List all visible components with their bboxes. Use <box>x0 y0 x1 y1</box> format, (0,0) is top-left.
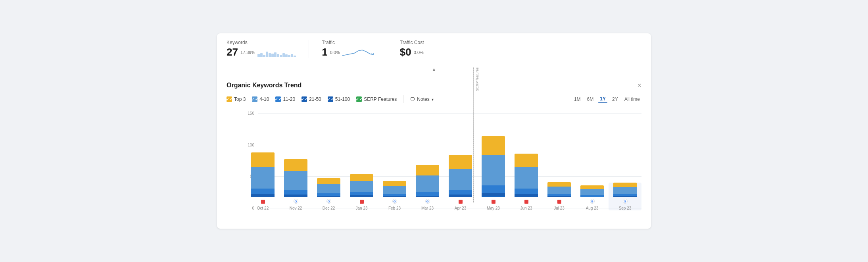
top3-checkbox[interactable]: ✓ <box>227 96 232 102</box>
bar-seg-1 <box>449 195 472 197</box>
bar-label: Oct 22 <box>257 206 269 210</box>
bar-label: Sep 23 <box>619 206 632 210</box>
legend-top3[interactable]: ✓ Top 3 <box>227 96 246 102</box>
toggle-arrow[interactable]: ▲ <box>217 65 651 74</box>
bar-seg-4 <box>580 185 603 189</box>
red-square-icon <box>524 200 528 204</box>
notes-icon: 🗨 <box>410 96 415 102</box>
bar-icon: G <box>392 199 397 204</box>
chart-section: Organic Keywords Trend × ✓ Top 3 ✓ 4-10 … <box>217 74 651 229</box>
bar-seg-4 <box>251 152 274 167</box>
bar-seg-3 <box>449 169 472 190</box>
top3-label: Top 3 <box>234 96 246 102</box>
bar-seg-1 <box>547 196 570 197</box>
close-button[interactable]: × <box>637 82 641 89</box>
bar-seg-4 <box>613 183 636 187</box>
red-square-icon <box>459 200 463 204</box>
traffic-cost-pct: 0.0% <box>414 50 424 55</box>
traffic-cost-value: $0 <box>400 46 411 58</box>
time-1m[interactable]: 1M <box>572 95 582 103</box>
bar-icon <box>557 200 561 204</box>
bar-seg-3 <box>515 167 538 189</box>
r4-10-checkbox[interactable]: ✓ <box>252 96 257 102</box>
legend-51-100[interactable]: ✓ 51-100 <box>328 96 350 102</box>
bar-group-Mar-23: GMar 23 <box>411 165 444 211</box>
legend-11-20[interactable]: ✓ 11-20 <box>275 96 295 102</box>
r51-100-checkbox[interactable]: ✓ <box>328 96 333 102</box>
bar-seg-4 <box>317 178 340 184</box>
legend-4-10[interactable]: ✓ 4-10 <box>252 96 269 102</box>
serp-annotation: SERP features <box>473 67 479 202</box>
bar-seg-0 <box>449 197 472 197</box>
r11-20-label: 11-20 <box>283 96 295 102</box>
traffic-cost-stat: Traffic Cost $0 0.0% <box>400 40 437 58</box>
bar-seg-2 <box>482 185 505 193</box>
notes-button[interactable]: 🗨 Notes ▾ <box>410 96 433 102</box>
bar-group-Jan-23: Jan 23 <box>345 174 378 210</box>
legend-row: ✓ Top 3 ✓ 4-10 ✓ 11-20 ✓ 21-50 ✓ 51-100 … <box>227 95 641 103</box>
traffic-cost-label: Traffic Cost <box>400 40 424 45</box>
bar-seg-0 <box>350 197 373 197</box>
bar-icon: G <box>623 199 628 204</box>
notes-chevron-icon: ▾ <box>432 97 434 102</box>
time-2y[interactable]: 2Y <box>611 95 620 103</box>
bar-stack-May-23 <box>482 136 505 197</box>
bar-icon <box>524 200 528 204</box>
serp-annotation-label: SERP features <box>475 67 479 92</box>
serp-checkbox[interactable]: ✓ <box>356 96 362 102</box>
bar-seg-3 <box>317 184 340 194</box>
chart-header: Organic Keywords Trend × <box>227 82 641 89</box>
time-6m[interactable]: 6M <box>586 95 595 103</box>
r51-100-label: 51-100 <box>335 96 350 102</box>
bar-seg-1 <box>515 194 538 197</box>
bar-stack-Oct-22 <box>251 152 274 197</box>
bar-seg-3 <box>580 189 603 195</box>
chart-inner: 150 100 50 0 <box>227 111 641 222</box>
bars-container: Oct 22GNov 22GDec 22Jan 23GFeb 23GMar 23… <box>246 111 641 210</box>
time-all[interactable]: All time <box>623 95 641 103</box>
bar-seg-2 <box>515 189 538 194</box>
legend-serp[interactable]: ✓ SERP Features <box>356 96 397 102</box>
bar-seg-1 <box>613 196 636 197</box>
bar-seg-2 <box>284 190 307 195</box>
bar-stack-Nov-22: G <box>284 159 307 197</box>
notes-label: Notes <box>417 96 429 102</box>
bar-seg-3 <box>547 187 570 194</box>
stats-row: Keywords 27 17.39% <box>217 33 651 65</box>
r21-50-checkbox[interactable]: ✓ <box>301 96 307 102</box>
bar-group-Aug-23: GAug 23 <box>576 185 609 210</box>
bar-seg-4 <box>515 154 538 167</box>
bar-icon: G <box>326 199 331 204</box>
keywords-mini-chart <box>257 48 296 57</box>
bar-icon <box>492 200 495 204</box>
traffic-value: 1 <box>322 46 327 58</box>
keywords-stat: Keywords 27 17.39% <box>227 40 309 58</box>
bar-stack-Sep-23: G <box>613 183 636 197</box>
bar-seg-2 <box>350 192 373 195</box>
keywords-pct: 17.39% <box>240 50 255 55</box>
bar-label: May 23 <box>487 206 500 210</box>
r11-20-checkbox[interactable]: ✓ <box>275 96 281 102</box>
serp-label: SERP Features <box>364 96 397 102</box>
bar-seg-4 <box>350 174 373 181</box>
bar-seg-4 <box>416 165 439 176</box>
red-square-icon <box>557 200 561 204</box>
bar-label: Nov 22 <box>290 206 302 210</box>
main-card: Keywords 27 17.39% <box>217 33 651 229</box>
bar-stack-Aug-23: G <box>580 185 603 197</box>
bar-icon <box>261 200 265 204</box>
bar-seg-1 <box>251 194 274 197</box>
time-1y[interactable]: 1Y <box>598 95 607 103</box>
bar-seg-4 <box>284 159 307 171</box>
legend-21-50[interactable]: ✓ 21-50 <box>301 96 321 102</box>
bar-icon <box>459 200 463 204</box>
google-icon: G <box>294 199 298 204</box>
r21-50-label: 21-50 <box>309 96 321 102</box>
red-square-icon <box>261 200 265 204</box>
bar-stack-Feb-23: G <box>383 181 406 197</box>
bar-seg-0 <box>515 197 538 197</box>
bar-group-Jul-23: Jul 23 <box>543 182 576 211</box>
google-icon: G <box>392 199 397 204</box>
bar-label: Jun 23 <box>520 206 532 210</box>
bar-stack-Apr-23 <box>449 155 472 197</box>
